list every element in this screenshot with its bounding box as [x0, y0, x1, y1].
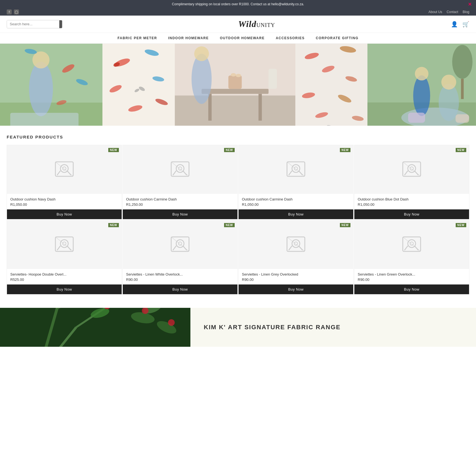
search-input[interactable] — [7, 20, 59, 28]
product-card-1: NEW Outdoor cushion Navy Dash R1,050.00 — [7, 145, 122, 219]
svg-point-29 — [194, 46, 209, 61]
product-price-1: R1,050.00 — [10, 202, 118, 207]
svg-line-79 — [57, 246, 60, 250]
nav-item-fabric-per-meter[interactable]: FABRIC PER METER — [117, 36, 157, 40]
svg-rect-30 — [268, 69, 277, 89]
no-image-icon-4 — [401, 159, 423, 181]
announcement-close-button[interactable]: ✕ — [468, 2, 472, 7]
about-us-link[interactable]: About Us — [428, 10, 442, 14]
svg-point-26 — [231, 73, 236, 76]
hero-gallery — [0, 44, 476, 126]
svg-point-28 — [192, 54, 212, 104]
buy-now-button-3[interactable]: Buy Now — [239, 209, 353, 219]
svg-point-3 — [33, 51, 50, 68]
hero-panel-3 — [175, 44, 295, 126]
no-image-icon-2 — [169, 159, 191, 181]
product-badge-5: NEW — [108, 223, 119, 227]
blog-link[interactable]: Blog — [463, 10, 469, 14]
product-card-7: NEW Serviettes - Linen Grey Overlocked R… — [238, 220, 354, 294]
announcement-text: Complimentary shipping on local orders o… — [172, 2, 304, 6]
buy-now-button-8[interactable]: Buy Now — [354, 284, 469, 294]
product-name-4: Outdoor cushion Blue Dot Dash — [358, 197, 466, 201]
product-price-4: R1,050.00 — [358, 202, 466, 207]
product-name-2: Outdoor cushion Carmine Dash — [126, 197, 234, 201]
main-nav: FABRIC PER METER INDOOR HOMEWARE OUTDOOR… — [0, 33, 476, 44]
bottom-image — [0, 308, 190, 347]
product-info-4: Outdoor cushion Blue Dot Dash R1,050.00 — [354, 194, 469, 209]
buy-now-button-6[interactable]: Buy Now — [123, 284, 237, 294]
products-grid-row2: NEW Serviettes- Hoopoe Double Overl... R… — [7, 220, 469, 294]
buy-now-button-1[interactable]: Buy Now — [7, 209, 122, 219]
product-badge-6: NEW — [224, 223, 235, 227]
product-price-2: R1,250.00 — [126, 202, 234, 207]
header-icons: 👤 🛒 — [451, 21, 469, 28]
nav-item-accessories[interactable]: ACCESSORIES — [276, 36, 305, 40]
product-price-7: R90.00 — [242, 278, 350, 282]
hero-panel-1 — [0, 44, 102, 126]
product-info-8: Serviettes - Linen Green Overlock... R90… — [354, 269, 469, 284]
svg-line-85 — [173, 246, 176, 250]
product-info-1: Outdoor cushion Navy Dash R1,050.00 — [7, 194, 122, 209]
account-icon[interactable]: 👤 — [451, 21, 458, 28]
logo-unity: unity — [256, 20, 275, 29]
instagram-icon[interactable]: ◯ — [14, 9, 19, 14]
site-logo[interactable]: Wildunity — [62, 19, 451, 29]
product-name-6: Serviettes - Linen White Overlock... — [126, 272, 234, 276]
nav-item-outdoor-homeware[interactable]: OUTDOOR HOMEWARE — [220, 36, 265, 40]
product-badge-1: NEW — [108, 148, 119, 152]
buy-now-button-2[interactable]: Buy Now — [123, 209, 237, 219]
product-badge-2: NEW — [224, 148, 235, 152]
featured-title: FEATURED PRODUCTS — [7, 135, 469, 139]
svg-point-45 — [415, 67, 429, 81]
search-bar: 🔍 — [7, 20, 62, 28]
svg-rect-25 — [228, 75, 242, 89]
product-name-5: Serviettes- Hoopoe Double Overl... — [10, 272, 118, 276]
hero-panel-4 — [295, 44, 368, 126]
no-image-icon-5 — [53, 234, 75, 256]
buy-now-button-5[interactable]: Buy Now — [7, 284, 122, 294]
svg-rect-21 — [175, 96, 295, 126]
product-info-6: Serviettes - Linen White Overlock... R90… — [123, 269, 237, 284]
svg-line-97 — [404, 246, 408, 250]
bottom-text-col: KIM K' ART SIGNATURE FABRIC RANGE — [190, 308, 476, 347]
product-badge-8: NEW — [456, 223, 466, 227]
svg-rect-49 — [456, 114, 469, 123]
svg-line-73 — [404, 171, 408, 175]
social-icons: f ◯ — [7, 9, 19, 14]
svg-rect-23 — [208, 94, 212, 121]
product-image-7 — [239, 220, 353, 269]
contact-link[interactable]: Contact — [447, 10, 458, 14]
bottom-section: KIM K' ART SIGNATURE FABRIC RANGE — [0, 308, 476, 347]
svg-line-67 — [289, 171, 292, 175]
product-image-6 — [123, 220, 237, 269]
product-price-5: R525.00 — [10, 278, 118, 282]
no-image-icon-1 — [53, 159, 75, 181]
facebook-icon[interactable]: f — [7, 9, 12, 14]
announcement-bar: Complimentary shipping on local orders o… — [0, 0, 476, 8]
product-info-5: Serviettes- Hoopoe Double Overl... R525.… — [7, 269, 122, 284]
product-card-8: NEW Serviettes - Linen Green Overlock...… — [354, 220, 469, 294]
no-image-icon-6 — [169, 234, 191, 256]
product-name-7: Serviettes - Linen Grey Overlocked — [242, 272, 350, 276]
product-image-3 — [239, 145, 353, 194]
buy-now-button-4[interactable]: Buy Now — [354, 209, 469, 219]
product-card-2: NEW Outdoor cushion Carmine Dash R1,250.… — [122, 145, 238, 219]
svg-rect-22 — [202, 89, 269, 94]
product-card-4: NEW Outdoor cushion Blue Dot Dash R1,050… — [354, 145, 469, 219]
product-image-5 — [7, 220, 122, 269]
product-info-3: Outdoor cushion Carmine Dash R1,050.00 — [239, 194, 353, 209]
product-price-3: R1,050.00 — [242, 202, 350, 207]
cart-icon[interactable]: 🛒 — [462, 21, 469, 28]
product-price-6: R90.00 — [126, 278, 234, 282]
product-image-2 — [123, 145, 237, 194]
header: 🔍 Wildunity 👤 🛒 — [0, 16, 476, 33]
svg-line-55 — [57, 171, 60, 175]
nav-item-indoor-homeware[interactable]: INDOOR HOMEWARE — [168, 36, 209, 40]
product-name-8: Serviettes - Linen Green Overlock... — [358, 272, 466, 276]
svg-line-91 — [289, 246, 292, 250]
bottom-title: KIM K' ART SIGNATURE FABRIC RANGE — [204, 324, 341, 331]
search-button[interactable]: 🔍 — [59, 20, 62, 28]
nav-item-corporate-gifting[interactable]: CORPORATE GIFTING — [316, 36, 359, 40]
buy-now-button-7[interactable]: Buy Now — [239, 284, 353, 294]
svg-rect-48 — [408, 113, 425, 123]
